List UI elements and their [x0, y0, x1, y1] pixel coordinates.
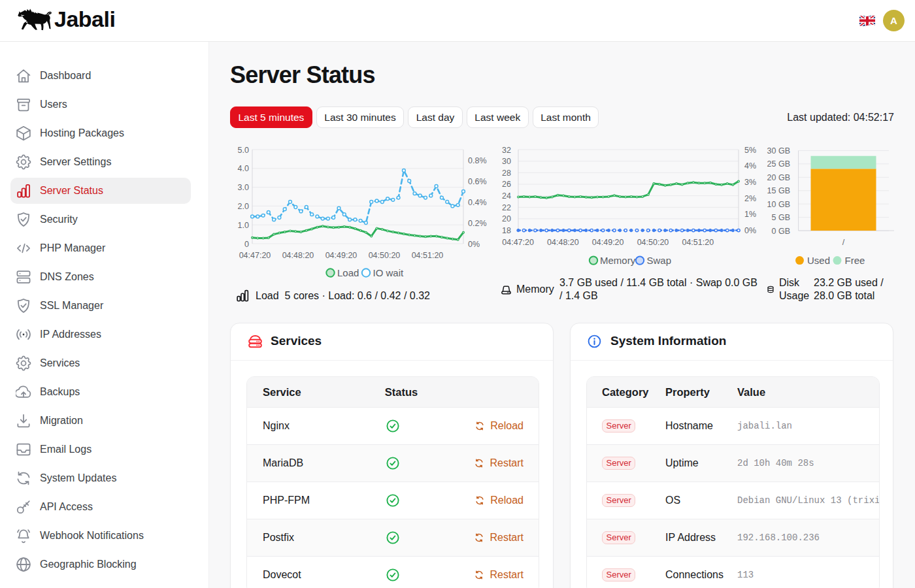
svg-text:04:47:20: 04:47:20	[502, 238, 534, 247]
svg-text:30 GB: 30 GB	[767, 146, 790, 155]
svg-text:/: /	[842, 238, 845, 247]
svg-text:3.0: 3.0	[238, 183, 249, 192]
svg-text:20 GB: 20 GB	[767, 173, 790, 182]
svg-text:15 GB: 15 GB	[767, 186, 790, 195]
svg-text:0 GB: 0 GB	[772, 227, 791, 236]
svg-text:24: 24	[502, 191, 511, 201]
svg-text:0.6%: 0.6%	[468, 177, 487, 186]
svg-text:1%: 1%	[744, 210, 756, 219]
svg-text:0.2%: 0.2%	[468, 219, 487, 228]
svg-text:5.0: 5.0	[238, 146, 249, 155]
svg-text:30: 30	[502, 157, 511, 166]
svg-text:2.0: 2.0	[238, 202, 249, 211]
svg-text:0%: 0%	[744, 226, 756, 235]
svg-text:Free: Free	[845, 255, 865, 266]
svg-text:Used: Used	[807, 255, 830, 266]
svg-text:04:51:20: 04:51:20	[412, 251, 444, 260]
svg-text:32: 32	[502, 146, 511, 155]
svg-text:Memory: Memory	[600, 255, 636, 266]
svg-text:0.8%: 0.8%	[468, 156, 487, 165]
svg-text:4%: 4%	[744, 161, 756, 171]
svg-text:04:50:20: 04:50:20	[369, 251, 401, 260]
svg-text:26: 26	[502, 180, 511, 189]
svg-text:Swap: Swap	[647, 255, 672, 266]
svg-text:0: 0	[244, 240, 249, 249]
svg-text:IO wait: IO wait	[373, 267, 405, 278]
svg-text:0.4%: 0.4%	[468, 198, 487, 207]
svg-text:04:48:20: 04:48:20	[282, 251, 314, 260]
svg-text:18: 18	[502, 226, 511, 235]
svg-text:25 GB: 25 GB	[767, 159, 790, 169]
svg-text:20: 20	[502, 214, 511, 223]
svg-text:04:48:20: 04:48:20	[547, 238, 579, 247]
svg-text:04:47:20: 04:47:20	[239, 251, 271, 260]
svg-text:5 GB: 5 GB	[772, 213, 791, 222]
svg-text:4.0: 4.0	[238, 164, 249, 173]
svg-text:0%: 0%	[468, 240, 480, 249]
svg-text:5%: 5%	[744, 146, 756, 155]
svg-text:04:50:20: 04:50:20	[637, 238, 669, 247]
svg-text:04:49:20: 04:49:20	[325, 251, 358, 260]
svg-text:10 GB: 10 GB	[767, 200, 790, 209]
svg-text:Load: Load	[337, 267, 359, 278]
svg-text:04:51:20: 04:51:20	[682, 238, 714, 247]
svg-text:28: 28	[502, 169, 511, 178]
svg-text:1.0: 1.0	[238, 221, 249, 230]
svg-text:04:49:20: 04:49:20	[592, 238, 624, 247]
svg-text:22: 22	[502, 203, 511, 212]
svg-text:3%: 3%	[744, 178, 756, 187]
svg-text:2%: 2%	[744, 194, 756, 203]
